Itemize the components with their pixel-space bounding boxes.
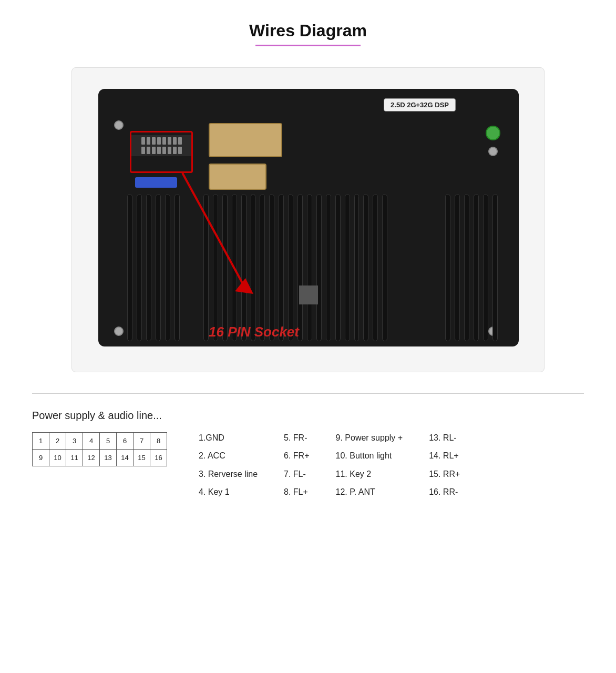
pin [162,137,166,145]
pin-cell-10: 10 [49,450,66,466]
pin-item-12: 12. P. ANT [336,486,403,498]
pin [152,147,156,154]
pin-item-13: 13. RL- [429,432,460,444]
vents-right [445,194,508,341]
pin-column-3: 9. Power supply + 10. Button light 11. K… [336,432,403,498]
pin-cell-11: 11 [66,450,83,466]
pin [168,147,171,154]
pin-item-16: 16. RR- [429,486,460,498]
pin-item-6: 6. FR+ [284,450,309,462]
pin-cell-9: 9 [33,450,49,466]
pin-item-3: 3. Rerverse line [199,468,258,480]
screw-green [486,126,500,140]
device-image: 2.5D 2G+32G DSP [71,67,545,372]
pin-cell-14: 14 [117,450,134,466]
pin [147,147,150,154]
pin [162,147,166,154]
screw-silver-3 [114,327,124,336]
pin-grid-row-top: 1 2 3 4 5 6 7 8 [33,433,167,450]
pin-item-11: 11. Key 2 [336,468,403,480]
pin-cell-8: 8 [150,433,167,450]
pin-cell-12: 12 [83,450,100,466]
screw-silver-1 [488,147,498,156]
pin-cell-7: 7 [134,433,150,450]
pin-grid-table: 1 2 3 4 5 6 7 8 9 10 11 12 13 14 15 [32,432,167,466]
pin-item-14: 14. RL+ [429,450,460,462]
pin-cell-2: 2 [49,433,66,450]
pin-cell-3: 3 [66,433,83,450]
pin-item-9: 9. Power supply + [336,432,403,444]
pin-item-2: 2. ACC [199,450,258,462]
pin-cell-4: 4 [83,433,100,450]
pin-item-5: 5. FR- [284,432,309,444]
pin [168,137,171,145]
device-back-panel: 2.5D 2G+32G DSP [98,89,519,346]
pin-cell-1: 1 [33,433,49,450]
pin [157,137,161,145]
pin-column-4: 13. RL- 14. RL+ 15. RR+ 16. RR- [429,432,460,498]
pin-cell-13: 13 [100,450,117,466]
pin-columns: 1.GND 2. ACC 3. Rerverse line 4. Key 1 5… [199,432,584,498]
screw-silver-2 [114,120,124,130]
pin [173,137,177,145]
pin [173,147,177,154]
pin-row-top [141,137,182,145]
svg-line-0 [182,173,245,289]
pin [147,137,150,145]
svg-marker-1 [235,278,253,294]
pin-item-8: 8. FL+ [284,486,309,498]
pin-cell-6: 6 [117,433,134,450]
pin [141,147,145,154]
title-underline [255,45,361,46]
pin-row-bottom [141,147,182,154]
pin-cell-16: 16 [150,450,167,466]
arrow-svg [156,157,303,304]
pin-column-2: 5. FR- 6. FR+ 7. FL- 8. FL+ [284,432,309,498]
pin-item-10: 10. Button light [336,450,403,462]
pin [178,147,182,154]
pin [178,137,182,145]
pin [152,137,156,145]
bottom-section: Power supply & audio line... 1 2 3 4 5 6… [32,393,584,498]
pin-grid-row-bottom: 9 10 11 12 13 14 15 16 [33,450,167,466]
pin-cell-15: 15 [134,450,150,466]
pin [141,137,145,145]
page-title: Wires Diagram [249,21,367,40]
pin-item-7: 7. FL- [284,468,309,480]
pin-socket-inner [131,135,191,156]
pin-column-1: 1.GND 2. ACC 3. Rerverse line 4. Key 1 [199,432,258,498]
pin [157,147,161,154]
pin-socket-label: 16 PIN Socket [209,324,299,340]
pin-diagram-row: 1 2 3 4 5 6 7 8 9 10 11 12 13 14 15 [32,432,584,498]
pin-item-15: 15. RR+ [429,468,460,480]
pin-item-4: 4. Key 1 [199,486,258,498]
connector-top [209,123,282,157]
pin-cell-5: 5 [100,433,117,450]
pin-item-1: 1.GND [199,432,258,444]
section-subtitle: Power supply & audio line... [32,410,584,422]
device-label: 2.5D 2G+32G DSP [384,98,456,111]
